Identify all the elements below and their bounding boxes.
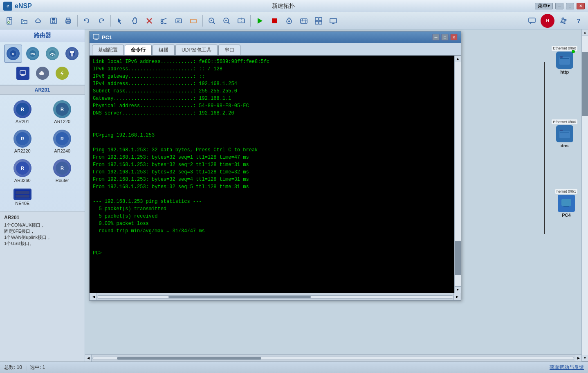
cut-button[interactable] [157, 14, 171, 28]
pc1-maximize[interactable]: □ [441, 34, 449, 40]
node-dns-label: dns [561, 143, 569, 148]
content-hscrollbar[interactable]: ◀ ▶ [85, 354, 581, 362]
sidebar-wireless-type[interactable] [43, 45, 61, 63]
svg-rect-11 [67, 18, 70, 20]
content-hscroll-left[interactable]: ◀ [85, 355, 92, 362]
device-ne40e[interactable]: NE40E [3, 186, 42, 208]
open-button[interactable] [17, 14, 31, 28]
device-ne40e-label: NE40E [15, 201, 29, 206]
content-hscroll-thumb[interactable] [117, 357, 261, 360]
zoom-out-button[interactable] [220, 14, 233, 28]
play-button[interactable] [253, 14, 267, 28]
vscroll-bottom-btn[interactable]: ▼ [582, 355, 588, 362]
zoom-in-button[interactable] [205, 14, 219, 28]
comment-button[interactable] [172, 14, 186, 28]
svg-rect-39 [315, 18, 318, 20]
sidebar-header: 路由器 [0, 29, 85, 42]
sidebar-pc-type[interactable] [14, 64, 32, 82]
monitor-button[interactable] [326, 14, 340, 28]
device-ar2240[interactable]: R AR2240 [43, 128, 82, 155]
device-ar3260[interactable]: R AR3260 [3, 157, 42, 185]
svg-marker-60 [61, 70, 64, 76]
svg-rect-24 [191, 19, 196, 23]
pc1-minimize[interactable]: ─ [432, 34, 440, 40]
pc1-hscrollbar[interactable]: ◀ ▶ [90, 293, 461, 300]
help-link[interactable]: 获取帮助与反馈 [550, 364, 584, 371]
vscroll-down[interactable]: ▼ [455, 286, 461, 293]
sidebar-router-type[interactable]: R [4, 45, 22, 63]
tab-basic-config[interactable]: 基础配置 [92, 45, 124, 55]
redo-button[interactable] [94, 14, 108, 28]
sidebar-icon-row: R SW [0, 42, 85, 85]
sidebar-switch-type[interactable]: SW [24, 45, 42, 63]
hscroll-thumb[interactable] [168, 296, 311, 298]
content-hscroll-right[interactable]: ▶ [575, 355, 581, 362]
minimize-button[interactable]: ─ [555, 3, 563, 9]
app-logo: e eNSP [3, 2, 32, 11]
new-button[interactable] [2, 14, 16, 28]
menu-button[interactable]: 菜单▾ [535, 3, 553, 9]
save-button[interactable] [47, 14, 61, 28]
sidebar-cloud-type[interactable] [34, 64, 52, 82]
svg-text:R: R [21, 107, 24, 112]
terminal-vscrollbar[interactable]: ▲ ▼ [454, 56, 461, 293]
pc1-terminal[interactable]: Link local IPv6 address...........: fe80… [90, 56, 454, 293]
tab-serial[interactable]: 串口 [218, 45, 240, 55]
settings-button[interactable] [556, 14, 570, 28]
select-button[interactable] [113, 14, 127, 28]
rect-button[interactable] [186, 14, 200, 28]
node-dns-icon[interactable] [556, 125, 573, 142]
close-button[interactable]: ✕ [577, 3, 585, 9]
svg-rect-40 [319, 18, 322, 20]
svg-point-13 [70, 20, 71, 21]
device-ar3260-label: AR3260 [14, 178, 31, 183]
sidebar-power-type[interactable] [53, 64, 71, 82]
delete-button[interactable] [142, 14, 156, 28]
hscroll-right[interactable]: ▶ [453, 293, 460, 300]
sidebar-other-type[interactable] [63, 45, 81, 63]
device-ar2240-label: AR2240 [54, 148, 70, 153]
svg-rect-43 [330, 18, 337, 23]
hscroll-left[interactable]: ◀ [90, 293, 97, 300]
map-button[interactable] [297, 14, 311, 28]
svg-rect-74 [16, 191, 29, 194]
vscroll-top-btn[interactable]: ▲ [582, 29, 588, 36]
vscroll-up[interactable]: ▲ [455, 56, 461, 62]
svg-text:R: R [11, 52, 14, 56]
chat-button[interactable] [525, 14, 539, 28]
tab-command-line[interactable]: 命令行 [125, 45, 152, 55]
node-http-icon[interactable] [556, 52, 573, 69]
right-scrollbar[interactable]: ▲ ▼ [581, 29, 588, 362]
tab-multicast[interactable]: 组播 [153, 45, 175, 55]
vscroll-thumb[interactable] [455, 241, 461, 275]
device-router[interactable]: R Router [43, 157, 82, 185]
stop-button[interactable] [267, 14, 281, 28]
vscroll-thumb-main[interactable] [582, 52, 588, 116]
svg-line-19 [163, 18, 166, 20]
node-dns: Ethernet 0/0/0 dns [552, 119, 577, 148]
content-area: PC1 ─ □ ✕ 基础配置 命令行 组播 UDP发包工具 串口 Link lo… [85, 29, 588, 362]
help-button[interactable]: ? [572, 14, 586, 28]
undo-button[interactable] [80, 14, 94, 28]
print-button[interactable] [61, 14, 75, 28]
svg-text:R: R [61, 107, 64, 112]
save-cloud-button[interactable] [32, 14, 46, 28]
pc1-close[interactable]: ✕ [450, 34, 458, 40]
device-router-label: Router [56, 178, 69, 183]
capture-button[interactable] [282, 14, 296, 28]
svg-line-31 [228, 22, 229, 24]
node-http-status [572, 50, 575, 53]
huawei-button[interactable]: H [541, 14, 554, 28]
hand-button[interactable] [128, 14, 141, 28]
fit-button[interactable] [234, 14, 248, 28]
maximize-button[interactable]: □ [566, 3, 574, 9]
node-pc4-icon[interactable] [558, 195, 575, 212]
pc1-tabs: 基础配置 命令行 组播 UDP发包工具 串口 [90, 43, 461, 56]
tab-udp-tool[interactable]: UDP发包工具 [175, 45, 218, 55]
device-ar2220[interactable]: R AR2220 [3, 128, 42, 155]
svg-rect-75 [16, 195, 29, 198]
device-ar1220[interactable]: R AR1220 [43, 98, 82, 126]
device-ar201[interactable]: R AR201 [3, 98, 42, 126]
svg-line-28 [213, 22, 215, 24]
grid-button[interactable] [312, 14, 325, 28]
